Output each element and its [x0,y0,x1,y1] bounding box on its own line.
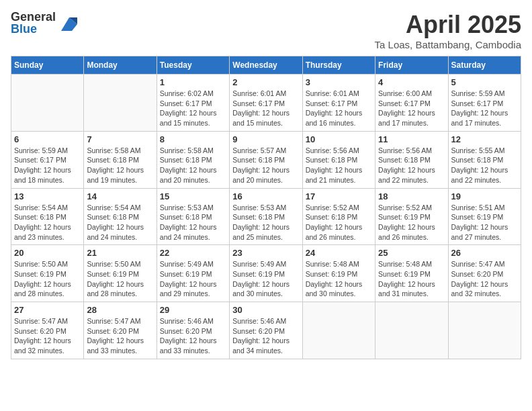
weekday-header-sunday: Sunday [11,56,84,75]
day-number: 12 [451,134,518,144]
day-number: 2 [232,77,299,87]
calendar-cell: 19Sunrise: 5:51 AM Sunset: 6:19 PM Dayli… [448,188,521,245]
calendar-cell: 26Sunrise: 5:47 AM Sunset: 6:20 PM Dayli… [448,245,521,302]
calendar-week-3: 13Sunrise: 5:54 AM Sunset: 6:18 PM Dayli… [11,188,521,245]
day-info: Sunrise: 6:00 AM Sunset: 6:17 PM Dayligh… [378,89,445,128]
day-info: Sunrise: 5:50 AM Sunset: 6:19 PM Dayligh… [14,259,81,299]
day-info: Sunrise: 5:57 AM Sunset: 6:18 PM Dayligh… [232,146,299,185]
day-info: Sunrise: 5:56 AM Sunset: 6:18 PM Dayligh… [378,146,445,185]
calendar-cell [302,302,375,359]
day-number: 24 [306,248,372,258]
day-number: 16 [232,191,299,201]
day-info: Sunrise: 5:59 AM Sunset: 6:17 PM Dayligh… [451,89,518,128]
calendar-week-1: 1Sunrise: 6:02 AM Sunset: 6:17 PM Daylig… [11,75,521,132]
calendar-cell: 15Sunrise: 5:53 AM Sunset: 6:18 PM Dayli… [157,188,229,245]
day-info: Sunrise: 5:46 AM Sunset: 6:20 PM Dayligh… [160,316,226,356]
day-number: 5 [451,77,518,87]
calendar-cell: 30Sunrise: 5:46 AM Sunset: 6:20 PM Dayli… [230,302,302,359]
calendar-cell: 17Sunrise: 5:52 AM Sunset: 6:18 PM Dayli… [302,188,375,245]
day-info: Sunrise: 5:58 AM Sunset: 6:18 PM Dayligh… [160,146,226,185]
day-number: 13 [14,191,81,201]
calendar-cell: 3Sunrise: 6:01 AM Sunset: 6:17 PM Daylig… [302,75,375,132]
day-info: Sunrise: 5:53 AM Sunset: 6:18 PM Dayligh… [232,203,299,242]
day-info: Sunrise: 5:49 AM Sunset: 6:19 PM Dayligh… [160,259,226,299]
day-info: Sunrise: 5:47 AM Sunset: 6:20 PM Dayligh… [14,316,81,356]
calendar-cell: 14Sunrise: 5:54 AM Sunset: 6:18 PM Dayli… [84,188,157,245]
day-info: Sunrise: 5:55 AM Sunset: 6:18 PM Dayligh… [451,146,518,185]
day-info: Sunrise: 5:49 AM Sunset: 6:19 PM Dayligh… [232,259,299,299]
calendar-cell: 16Sunrise: 5:53 AM Sunset: 6:18 PM Dayli… [230,188,302,245]
calendar-cell [448,302,521,359]
day-number: 18 [378,191,445,201]
day-number: 26 [451,248,518,258]
calendar-cell: 4Sunrise: 6:00 AM Sunset: 6:17 PM Daylig… [375,75,448,132]
day-info: Sunrise: 5:46 AM Sunset: 6:20 PM Dayligh… [232,316,299,356]
calendar-week-5: 27Sunrise: 5:47 AM Sunset: 6:20 PM Dayli… [11,302,521,359]
day-number: 22 [160,248,226,258]
day-info: Sunrise: 5:50 AM Sunset: 6:19 PM Dayligh… [87,259,153,299]
day-number: 29 [160,305,226,315]
logo: General Blue [11,11,80,35]
calendar-cell: 5Sunrise: 5:59 AM Sunset: 6:17 PM Daylig… [448,75,521,132]
day-info: Sunrise: 5:47 AM Sunset: 6:20 PM Dayligh… [451,259,518,299]
calendar-cell: 22Sunrise: 5:49 AM Sunset: 6:19 PM Dayli… [157,245,229,302]
day-number: 1 [160,77,226,87]
calendar-week-4: 20Sunrise: 5:50 AM Sunset: 6:19 PM Dayli… [11,245,521,302]
calendar-cell: 28Sunrise: 5:47 AM Sunset: 6:20 PM Dayli… [84,302,157,359]
weekday-header-friday: Friday [375,56,448,75]
calendar-cell: 27Sunrise: 5:47 AM Sunset: 6:20 PM Dayli… [11,302,84,359]
day-number: 10 [306,134,372,144]
month-title: April 2025 [375,11,521,39]
day-info: Sunrise: 5:56 AM Sunset: 6:18 PM Dayligh… [306,146,372,185]
calendar-cell: 10Sunrise: 5:56 AM Sunset: 6:18 PM Dayli… [302,131,375,188]
calendar-cell: 18Sunrise: 5:52 AM Sunset: 6:19 PM Dayli… [375,188,448,245]
day-number: 27 [14,305,81,315]
weekday-header-thursday: Thursday [302,56,375,75]
calendar-cell: 8Sunrise: 5:58 AM Sunset: 6:18 PM Daylig… [157,131,229,188]
day-info: Sunrise: 5:52 AM Sunset: 6:19 PM Dayligh… [378,203,445,242]
day-number: 7 [87,134,153,144]
calendar-cell: 12Sunrise: 5:55 AM Sunset: 6:18 PM Dayli… [448,131,521,188]
day-info: Sunrise: 5:53 AM Sunset: 6:18 PM Dayligh… [160,203,226,242]
day-number: 25 [378,248,445,258]
calendar-cell: 23Sunrise: 5:49 AM Sunset: 6:19 PM Dayli… [230,245,302,302]
logo-blue: Blue [11,23,56,35]
calendar-cell: 25Sunrise: 5:48 AM Sunset: 6:19 PM Dayli… [375,245,448,302]
weekday-header-monday: Monday [84,56,157,75]
calendar-cell: 7Sunrise: 5:58 AM Sunset: 6:18 PM Daylig… [84,131,157,188]
calendar-cell: 1Sunrise: 6:02 AM Sunset: 6:17 PM Daylig… [157,75,229,132]
day-info: Sunrise: 5:59 AM Sunset: 6:17 PM Dayligh… [14,146,81,185]
day-number: 11 [378,134,445,144]
calendar-week-2: 6Sunrise: 5:59 AM Sunset: 6:17 PM Daylig… [11,131,521,188]
day-info: Sunrise: 6:02 AM Sunset: 6:17 PM Dayligh… [160,89,226,128]
logo-icon [58,12,80,34]
day-number: 21 [87,248,153,258]
calendar-cell [84,75,157,132]
calendar-cell: 21Sunrise: 5:50 AM Sunset: 6:19 PM Dayli… [84,245,157,302]
weekday-header-row: SundayMondayTuesdayWednesdayThursdayFrid… [11,56,521,75]
title-area: April 2025 Ta Loas, Battambang, Cambodia [375,11,521,50]
day-number: 14 [87,191,153,201]
calendar-cell: 6Sunrise: 5:59 AM Sunset: 6:17 PM Daylig… [11,131,84,188]
day-info: Sunrise: 5:52 AM Sunset: 6:18 PM Dayligh… [306,203,372,242]
day-info: Sunrise: 6:01 AM Sunset: 6:17 PM Dayligh… [306,89,372,128]
calendar-cell: 2Sunrise: 6:01 AM Sunset: 6:17 PM Daylig… [230,75,302,132]
calendar-cell: 29Sunrise: 5:46 AM Sunset: 6:20 PM Dayli… [157,302,229,359]
day-number: 4 [378,77,445,87]
day-number: 30 [232,305,299,315]
day-number: 17 [306,191,372,201]
day-info: Sunrise: 5:47 AM Sunset: 6:20 PM Dayligh… [87,316,153,356]
day-info: Sunrise: 5:48 AM Sunset: 6:19 PM Dayligh… [378,259,445,299]
weekday-header-wednesday: Wednesday [230,56,302,75]
calendar-cell: 9Sunrise: 5:57 AM Sunset: 6:18 PM Daylig… [230,131,302,188]
weekday-header-tuesday: Tuesday [157,56,229,75]
calendar-table: SundayMondayTuesdayWednesdayThursdayFrid… [11,56,521,359]
day-number: 8 [160,134,226,144]
calendar-cell [11,75,84,132]
calendar-cell: 13Sunrise: 5:54 AM Sunset: 6:18 PM Dayli… [11,188,84,245]
day-number: 3 [306,77,372,87]
day-info: Sunrise: 5:48 AM Sunset: 6:19 PM Dayligh… [306,259,372,299]
location-title: Ta Loas, Battambang, Cambodia [375,39,521,50]
calendar-cell: 11Sunrise: 5:56 AM Sunset: 6:18 PM Dayli… [375,131,448,188]
day-info: Sunrise: 5:58 AM Sunset: 6:18 PM Dayligh… [87,146,153,185]
